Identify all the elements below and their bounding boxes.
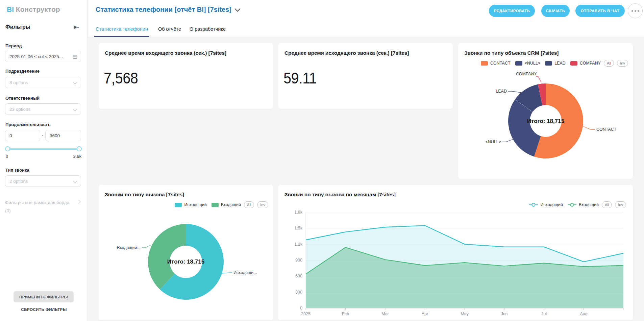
slider-handle-right[interactable] [77,146,82,151]
pie-center-total-label: Итого: 18,715 [167,258,204,265]
crm-donut-card: Звонки по типу объекта CRM [7sites] CONT… [458,43,633,179]
slider-max-label: 3.6k [73,154,81,159]
period-value: 2025-01-06 ≤ col < 2025... [9,54,63,59]
division-label: Подразделение [5,69,40,74]
dot-icon [631,10,633,12]
kpi-incoming-title: Среднее время входящего звонка (сек.) [7… [105,50,226,56]
download-button[interactable]: СКАЧАТЬ [541,5,570,17]
pie-callout-label: Исходящи... [233,270,257,275]
tab-bar: Статистика телефонии Об отчёте О разрабо… [88,21,644,37]
tab-statistics[interactable]: Статистика телефонии [96,21,148,37]
edit-button[interactable]: РЕДАКТИРОВАТЬ [489,5,535,17]
kpi-card-incoming: Среднее время входящего звонка (сек.) [7… [99,43,273,109]
monthly-area-card: Звонки по типу вызова по месяцам [7sites… [278,185,633,320]
filters-title: Фильтры [5,24,30,30]
sidebar: BI Конструктор Фильтры ⇤ Период 2025-01-… [0,0,88,321]
division-placeholder: 8 options [9,80,28,85]
period-label: Период [5,43,22,48]
apply-filters-button[interactable]: ПРИМЕНИТЬ ФИЛЬТРЫ [14,291,74,302]
duration-slider[interactable] [6,146,81,152]
kpi-outgoing-value: 59.11 [283,69,317,87]
responsible-select[interactable]: 23 options [5,103,81,115]
calltype-donut-chart[interactable]: Исходящи...Входящий...Итого: 18,715 [99,185,273,320]
duration-min-input[interactable] [5,130,40,141]
dot-icon [638,10,639,12]
calendar-icon [73,54,77,59]
chevron-down-icon [235,6,241,11]
tab-about-developer[interactable]: О разработчике [190,21,226,37]
kpi-card-outgoing: Среднее время исходящего звонка (сек.) [… [278,43,453,109]
duration-max-input[interactable] [45,130,81,141]
responsible-label: Ответственный [5,96,40,101]
report-title-dropdown[interactable]: Статистика телефонии [отчёт BI] [7sites] [96,6,240,14]
y-axis-tick-label: 900 [295,258,302,263]
logo-name: Конструктор [16,5,60,13]
app-logo: BI Конструктор [7,5,60,14]
slider-min-label: 0 [6,154,8,159]
monthly-area-chart[interactable]: 03006009001.2k1.5k1.8k2025FebMarAprMayJu… [278,185,633,320]
call-type-select[interactable]: 2 options [5,175,81,187]
x-axis-tick-label: Jun [501,312,507,316]
x-axis-tick-label: Jul [541,312,547,316]
y-axis-tick-label: 0 [300,306,302,311]
dashboard-canvas: Среднее время входящего звонка (сек.) [7… [88,37,644,321]
x-axis-tick-label: Mar [381,312,389,316]
x-axis-tick-label: Feb [342,312,349,316]
reset-filters-button[interactable]: СБРОСИТЬ ФИЛЬТРЫ [0,307,88,312]
page-title: Статистика телефонии [отчёт BI] [7sites] [96,6,231,14]
duration-label: Продолжительность [5,122,50,127]
outside-filters-count: (0) [5,207,81,215]
pie-callout-label: COMPANY [516,72,537,76]
pie-callout-label: LEAD [496,89,507,94]
pie-callout-label: Входящий... [117,245,141,250]
x-axis-tick-label: Aug [580,312,587,316]
crm-donut-chart[interactable]: CONTACT<NULL>LEADCOMPANYИтого: 18,715 [458,43,633,179]
header: Статистика телефонии [отчёт BI] [7sites]… [88,0,644,37]
tab-about-report[interactable]: Об отчёте [158,21,181,37]
outside-filters-label: Фильтры вне рамок дашборда [5,199,81,207]
duration-separator: - [42,132,44,138]
pie-center-total-label: Итого: 18,715 [527,118,564,124]
y-axis-tick-label: 1.5k [294,226,302,230]
responsible-placeholder: 23 options [9,107,30,112]
slider-handle-left[interactable] [5,146,10,151]
slider-track[interactable] [6,148,81,150]
y-axis-tick-label: 600 [295,274,302,278]
kpi-incoming-value: 7,568 [104,69,138,87]
y-axis-tick-label: 1.2k [294,242,302,247]
division-select[interactable]: 8 options [5,77,81,88]
chevron-down-icon [73,107,77,111]
outside-filters-link[interactable]: Фильтры вне рамок дашборда (0) [5,199,81,215]
y-axis-tick-label: 300 [295,290,302,295]
more-menu-button[interactable] [628,3,643,18]
logo-bi: BI [7,5,14,13]
collapse-sidebar-icon[interactable]: ⇤ [74,23,79,31]
x-axis-tick-label: May [461,312,469,316]
dot-icon [635,10,636,12]
kpi-outgoing-title: Среднее время исходящего звонка (сек.) [… [284,50,409,56]
chevron-down-icon [73,179,77,183]
y-axis-tick-label: 1.8k [294,210,302,215]
send-to-chat-button[interactable]: ОТПРАВИТЬ В ЧАТ [575,5,625,17]
call-type-placeholder: 2 options [9,179,28,184]
pie-callout-label: CONTACT [596,127,617,132]
pie-callout-label: <NULL> [485,140,501,144]
x-axis-tick-label: Apr [422,312,428,316]
chevron-down-icon [73,80,77,84]
calltype-donut-card: Звонки по типу вызова [7sites] Исходящий… [99,185,273,320]
x-axis-tick-label: 2025 [301,312,311,316]
period-input[interactable]: 2025-01-06 ≤ col < 2025... [5,51,81,62]
call-type-label: Тип звонка [5,168,29,173]
